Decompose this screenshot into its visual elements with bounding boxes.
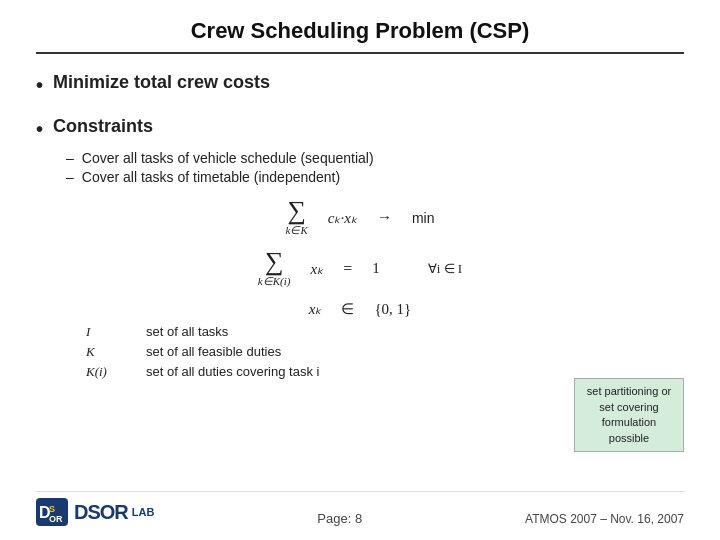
eq-2: = [343, 260, 352, 278]
sub-bullet-1-text: Cover all tasks of vehicle schedule (seq… [82, 150, 374, 166]
sub-bullet-2: – Cover all tasks of timetable (independ… [66, 169, 684, 185]
bullet-2-main: • Constraints [36, 116, 684, 142]
logo-dsor-text: DSOR [74, 501, 128, 524]
expr-2: xₖ [310, 260, 323, 278]
sum-sub-2: k∈K(i) [258, 275, 291, 288]
slide: Crew Scheduling Problem (CSP) • Minimize… [0, 0, 720, 540]
definitions-table: I set of all tasks K set of all feasible… [86, 324, 684, 380]
svg-text:S: S [49, 504, 55, 514]
bullet-dot-2: • [36, 116, 43, 142]
def-value-0: set of all tasks [146, 324, 684, 340]
def-value-1: set of all feasible duties [146, 344, 684, 360]
page-number: Page: 8 [154, 511, 525, 526]
bullet-2: • Constraints – Cover all tasks of vehic… [36, 116, 684, 188]
expr-1: cₖ·xₖ [328, 209, 357, 227]
logo-lab-text: LAB [132, 506, 155, 518]
sum-sub-1: k∈K [286, 224, 308, 237]
atmos-reference: ATMOS 2007 – Nov. 16, 2007 [525, 512, 684, 526]
bullet-2-text: Constraints [53, 116, 153, 137]
dash-1: – [66, 150, 74, 166]
dash-2: – [66, 169, 74, 185]
svg-text:OR: OR [49, 514, 63, 524]
val-2: 1 [372, 260, 380, 277]
sum-expr-2: ∑ k∈K(i) [258, 249, 291, 288]
in-3: ∈ [341, 300, 354, 318]
arrow-1: → [377, 209, 392, 226]
bullet-1: • Minimize total crew costs [36, 72, 684, 106]
formula-line-2: ∑ k∈K(i) xₖ = 1 ∀i ∈ I [258, 249, 462, 288]
note-box: set partitioning orset coveringformulati… [574, 378, 684, 452]
sub-bullet-1: – Cover all tasks of vehicle schedule (s… [66, 150, 684, 166]
title-area: Crew Scheduling Problem (CSP) [36, 18, 684, 54]
forall-2: ∀i ∈ I [428, 261, 462, 277]
formula-container: ∑ k∈K cₖ·xₖ → min ∑ k∈K(i) xₖ = 1 ∀i ∈ I… [36, 198, 684, 318]
sigma-2: ∑ [265, 249, 284, 275]
slide-title: Crew Scheduling Problem (CSP) [191, 18, 530, 43]
result-1: min [412, 210, 435, 226]
def-key-0: I [86, 324, 136, 340]
note-text: set partitioning orset coveringformulati… [587, 385, 671, 443]
sub-bullet-2-text: Cover all tasks of timetable (independen… [82, 169, 340, 185]
def-key-1: K [86, 344, 136, 360]
footer: D S OR DSOR LAB Page: 8 ATMOS 2007 – Nov… [36, 491, 684, 526]
logo-area: D S OR DSOR LAB [36, 498, 154, 526]
bullet-1-main: • Minimize total crew costs [36, 72, 684, 98]
var-3: xₖ [309, 300, 322, 318]
logo-icon: D S OR [36, 498, 68, 526]
bullet-1-text: Minimize total crew costs [53, 72, 270, 93]
formula-line-3: xₖ ∈ {0, 1} [309, 300, 412, 318]
def-key-2: K(i) [86, 364, 136, 380]
sigma-1: ∑ [287, 198, 306, 224]
bullet-dot-1: • [36, 72, 43, 98]
set-3: {0, 1} [374, 301, 411, 318]
sum-expr-1: ∑ k∈K [286, 198, 308, 237]
formula-line-1: ∑ k∈K cₖ·xₖ → min [286, 198, 435, 237]
